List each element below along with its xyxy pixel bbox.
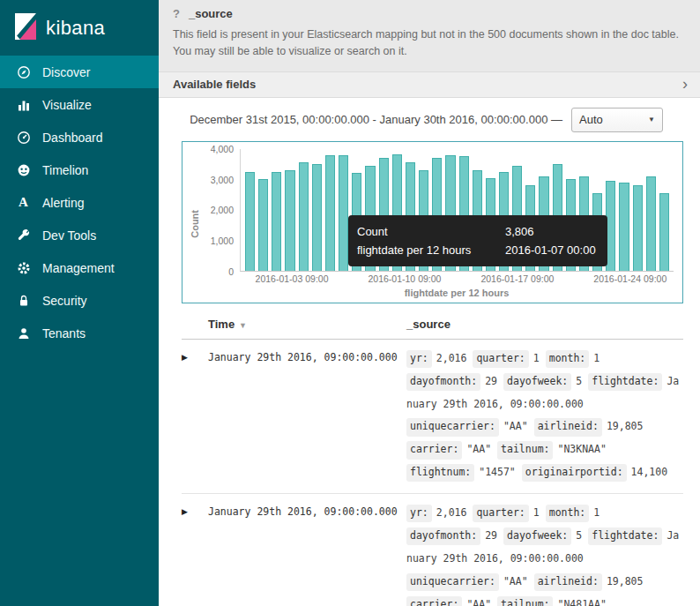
kibana-logo-icon	[14, 13, 37, 43]
histogram-bar[interactable]	[245, 172, 255, 271]
field-name: _source	[189, 7, 233, 20]
field-value: "AA"	[466, 443, 491, 455]
field-value: "N481AA"	[557, 598, 606, 606]
sidebar-nav: DiscoverVisualizeDashboardTimelionAAlert…	[0, 56, 159, 349]
field-name-badge: airlineid:	[534, 573, 602, 591]
available-fields-label: Available fields	[173, 78, 256, 91]
bar-chart-icon	[16, 97, 31, 112]
row-source: yr:2,016quarter:1month:1dayofmonth:29day…	[406, 502, 683, 606]
field-description: This field is present in your Elasticsea…	[173, 26, 686, 61]
row-time: January 29th 2016, 09:00:00.000	[208, 348, 406, 484]
field-name-badge: dayofweek:	[503, 527, 571, 545]
field-value: 19,805	[607, 420, 644, 432]
field-name-badge: flightdate:	[588, 373, 662, 391]
field-value: 2,016	[436, 506, 467, 519]
y-tick-label: 0	[228, 266, 234, 277]
field-detail-banner: ? _source This field is present in your …	[159, 0, 700, 71]
y-tick-label: 2,000	[211, 205, 234, 215]
histogram-bar[interactable]	[339, 155, 348, 271]
chevron-right-icon[interactable]: ›	[682, 79, 688, 89]
field-value: "AA"	[503, 420, 528, 432]
interval-select[interactable]: Auto ▼	[571, 108, 663, 132]
sidebar-item-discover[interactable]: Discover	[0, 56, 159, 88]
kibana-discover-screen: kibana DiscoverVisualizeDashboardTimelio…	[0, 0, 700, 606]
field-name-badge: dayofmonth:	[406, 373, 480, 391]
timelion-icon	[16, 162, 31, 177]
histogram-bar[interactable]	[659, 193, 669, 271]
help-icon: ?	[173, 7, 180, 20]
tooltip-bucket-label: flightdate per 12 hours	[357, 243, 505, 257]
x-tick-label: 2016-01-17 09:00	[480, 273, 554, 284]
chart-tooltip: Count 3,806 flightdate per 12 hours 2016…	[348, 215, 607, 266]
histogram-bar[interactable]	[619, 183, 629, 271]
field-value: 1	[533, 506, 540, 519]
x-tick-label: 2016-01-10 09:00	[369, 273, 442, 284]
sidebar-item-label: Dev Tools	[42, 228, 96, 243]
tooltip-metric-value: 3,806	[505, 225, 599, 238]
histogram-chart: Count 01,0002,0003,0004,000 2016-01-03 0…	[182, 141, 683, 303]
sidebar-item-security[interactable]: Security	[0, 284, 159, 317]
sidebar-item-label: Visualize	[42, 98, 92, 112]
field-value: 5	[576, 529, 582, 542]
field-name-badge: yr:	[406, 350, 432, 368]
x-tick-label: 2016-01-24 09:00	[593, 273, 666, 284]
sidebar-item-label: Alerting	[42, 196, 84, 210]
field-name-badge: quarter:	[473, 505, 528, 522]
histogram-bar[interactable]	[258, 179, 268, 271]
field-value: 1	[593, 506, 599, 519]
expand-row-icon[interactable]: ▶	[182, 507, 188, 516]
field-value: "AA"	[503, 575, 528, 587]
kibana-logo[interactable]: kibana	[0, 0, 159, 56]
field-name-badge: month:	[546, 505, 590, 522]
y-tick-label: 3,000	[211, 175, 234, 185]
field-name-badge: uniquecarrier:	[406, 573, 499, 591]
field-value: 14,100	[631, 466, 668, 478]
sidebar-item-visualize[interactable]: Visualize	[0, 88, 159, 121]
field-name-badge: dayofweek:	[503, 373, 571, 391]
histogram-bar[interactable]	[312, 164, 322, 271]
sidebar-item-dashboard[interactable]: Dashboard	[0, 121, 159, 153]
sidebar-item-label: Tenants	[42, 326, 86, 340]
histogram-bar[interactable]	[325, 155, 335, 270]
sidebar-item-management[interactable]: Management	[0, 251, 159, 284]
histogram-bar[interactable]	[633, 185, 643, 271]
y-tick-label: 1,000	[211, 236, 234, 246]
field-name-badge: originairportid:	[522, 464, 627, 482]
doc-table-row: ▶January 29th 2016, 09:00:00.000yr:2,016…	[182, 340, 683, 494]
sidebar-item-dev-tools[interactable]: Dev Tools	[0, 219, 159, 251]
source-column-header: _source	[406, 318, 451, 331]
dashboard-icon	[16, 130, 31, 145]
field-value: "AA"	[466, 598, 491, 606]
histogram-bar[interactable]	[646, 176, 656, 271]
main-content: ? _source This field is present in your …	[159, 0, 700, 606]
field-name-badge: airlineid:	[534, 418, 602, 436]
field-name-badge: yr:	[406, 505, 432, 522]
sidebar-item-label: Security	[42, 294, 87, 308]
sidebar: kibana DiscoverVisualizeDashboardTimelio…	[0, 0, 159, 606]
interval-select-value: Auto	[579, 113, 603, 126]
x-axis-ticks: 2016-01-03 09:002016-01-10 09:002016-01-…	[240, 272, 674, 285]
sidebar-item-alerting[interactable]: AAlerting	[0, 186, 159, 219]
time-column-header[interactable]: Time▼	[208, 318, 406, 331]
histogram-bar[interactable]	[299, 162, 309, 270]
sidebar-item-label: Discover	[42, 65, 90, 79]
field-name-badge: carrier:	[406, 596, 462, 606]
time-range-row: December 31st 2015, 00:00:00.000 - Janua…	[159, 98, 700, 132]
y-axis-ticks: 01,0002,0003,0004,000	[201, 149, 240, 272]
field-name-badge: uniquecarrier:	[406, 418, 499, 436]
available-fields-header[interactable]: Available fields ›	[159, 71, 700, 98]
source-column-label: _source	[406, 318, 451, 331]
field-value: 19,805	[607, 575, 644, 587]
field-name-badge: quarter:	[473, 350, 528, 368]
expand-row-icon[interactable]: ▶	[182, 353, 188, 362]
sidebar-item-tenants[interactable]: Tenants	[0, 317, 159, 349]
field-name-badge: tailnum:	[497, 596, 553, 606]
row-time: January 29th 2016, 09:00:00.000	[208, 502, 406, 606]
histogram-bar[interactable]	[285, 170, 294, 271]
sidebar-item-timelion[interactable]: Timelion	[0, 153, 159, 186]
sort-desc-icon[interactable]: ▼	[239, 321, 247, 330]
histogram-bar[interactable]	[272, 172, 281, 271]
alerting-icon: A	[16, 195, 31, 210]
y-axis-label: Count	[190, 210, 200, 238]
security-icon	[16, 293, 31, 308]
